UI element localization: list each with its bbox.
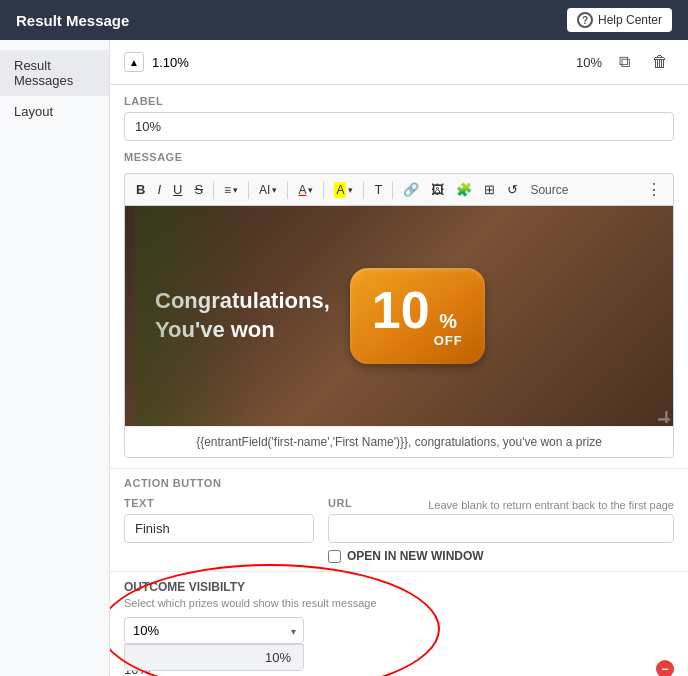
font-color-dropdown[interactable]: A ▾ xyxy=(293,181,318,199)
embed-button[interactable]: ⊞ xyxy=(479,180,500,199)
message-section: MESSAGE B I U S ≡ ▾ AI ▾ A xyxy=(110,151,688,468)
content-area: ▲ 1.10% 10% ⧉ 🗑 LABEL MESSAGE B I U S xyxy=(110,40,688,676)
more-options-button[interactable]: ⋮ xyxy=(641,178,667,201)
strikethrough-button[interactable]: S xyxy=(189,180,208,199)
text-field-label: TEXT xyxy=(124,497,314,509)
help-icon: ? xyxy=(577,12,593,28)
label-input[interactable] xyxy=(124,112,674,141)
open-new-window-row: OPEN IN NEW WINDOW xyxy=(328,549,674,563)
bg-color-dropdown[interactable]: A ▾ xyxy=(329,180,358,200)
format-button[interactable]: T xyxy=(369,180,387,199)
remove-outcome-button[interactable]: − xyxy=(656,660,674,676)
url-input[interactable] xyxy=(328,514,674,543)
outcome-select[interactable]: 10% xyxy=(124,617,304,644)
top-bar-badge: 10% xyxy=(576,55,602,70)
action-button-section: ACTION BUTTON TEXT URL Leave blank to re… xyxy=(110,468,688,571)
underline-button[interactable]: U xyxy=(168,180,187,199)
dropdown-option-10[interactable]: 10% xyxy=(125,645,303,670)
text-field-col: TEXT xyxy=(124,497,314,543)
resize-handle[interactable] xyxy=(658,411,670,423)
toolbar-separator-2 xyxy=(248,181,249,199)
outcome-subtitle: Select which prizes would show this resu… xyxy=(124,597,674,609)
top-bar-percentage: 1.10% xyxy=(152,55,568,70)
prize-badge: 10 % OFF xyxy=(350,268,485,364)
italic-button[interactable]: I xyxy=(152,180,166,199)
link-button[interactable]: 🔗 xyxy=(398,180,424,199)
open-new-window-label: OPEN IN NEW WINDOW xyxy=(347,549,484,563)
editor-toolbar: B I U S ≡ ▾ AI ▾ A ▾ xyxy=(124,173,674,205)
toolbar-separator-4 xyxy=(323,181,324,199)
source-button[interactable]: Source xyxy=(525,181,573,199)
plugin-button[interactable]: 🧩 xyxy=(451,180,477,199)
main-layout: Result Messages Layout ▲ 1.10% 10% ⧉ 🗑 L… xyxy=(0,40,688,676)
message-field-label: MESSAGE xyxy=(124,151,674,168)
toolbar-separator-1 xyxy=(213,181,214,199)
toolbar-separator-6 xyxy=(392,181,393,199)
open-new-window-checkbox[interactable] xyxy=(328,550,341,563)
label-field-label: LABEL xyxy=(124,95,674,107)
app-header: Result Message ? Help Center xyxy=(0,0,688,40)
help-center-button[interactable]: ? Help Center xyxy=(567,8,672,32)
top-bar: ▲ 1.10% 10% ⧉ 🗑 xyxy=(110,40,688,85)
copy-button[interactable]: ⧉ xyxy=(610,48,638,76)
url-field-col: URL Leave blank to return entrant back t… xyxy=(328,497,674,563)
outcome-dropdown-popup: 10% xyxy=(124,644,304,671)
page-title: Result Message xyxy=(16,12,129,29)
url-hint: Leave blank to return entrant back to th… xyxy=(428,499,674,511)
label-section: LABEL xyxy=(110,85,688,151)
image-button[interactable]: 🖼 xyxy=(426,180,449,199)
toolbar-separator-5 xyxy=(363,181,364,199)
bold-button[interactable]: B xyxy=(131,180,150,199)
toolbar-separator-3 xyxy=(287,181,288,199)
sidebar-item-layout[interactable]: Layout xyxy=(0,96,109,127)
sidebar-item-result-messages[interactable]: Result Messages xyxy=(0,50,109,96)
url-field-label: URL xyxy=(328,497,352,509)
editor-area: Congratulations, You've won 10 % OFF xyxy=(124,205,674,458)
undo-button[interactable]: ↺ xyxy=(502,180,523,199)
outcome-select-wrapper: 10% ▾ 10% xyxy=(124,617,304,644)
badge-pct-off: % OFF xyxy=(434,310,463,348)
sidebar: Result Messages Layout xyxy=(0,40,110,676)
svg-rect-1 xyxy=(658,418,670,420)
action-row: TEXT URL Leave blank to return entrant b… xyxy=(124,497,674,563)
collapse-button[interactable]: ▲ xyxy=(124,52,144,72)
svg-rect-0 xyxy=(665,411,667,423)
outcome-visibility-section: OUTCOME VISIBILTY Select which prizes wo… xyxy=(110,571,688,676)
delete-button[interactable]: 🗑 xyxy=(646,48,674,76)
editor-image: Congratulations, You've won 10 % OFF xyxy=(125,206,673,426)
outcome-title: OUTCOME VISIBILTY xyxy=(124,580,674,594)
action-button-title: ACTION BUTTON xyxy=(124,477,674,489)
action-text-input[interactable] xyxy=(124,514,314,543)
align-dropdown[interactable]: ≡ ▾ xyxy=(219,181,243,199)
editor-caption: {{entrantField('first-name','First Name'… xyxy=(125,426,673,457)
ai-dropdown[interactable]: AI ▾ xyxy=(254,181,282,199)
